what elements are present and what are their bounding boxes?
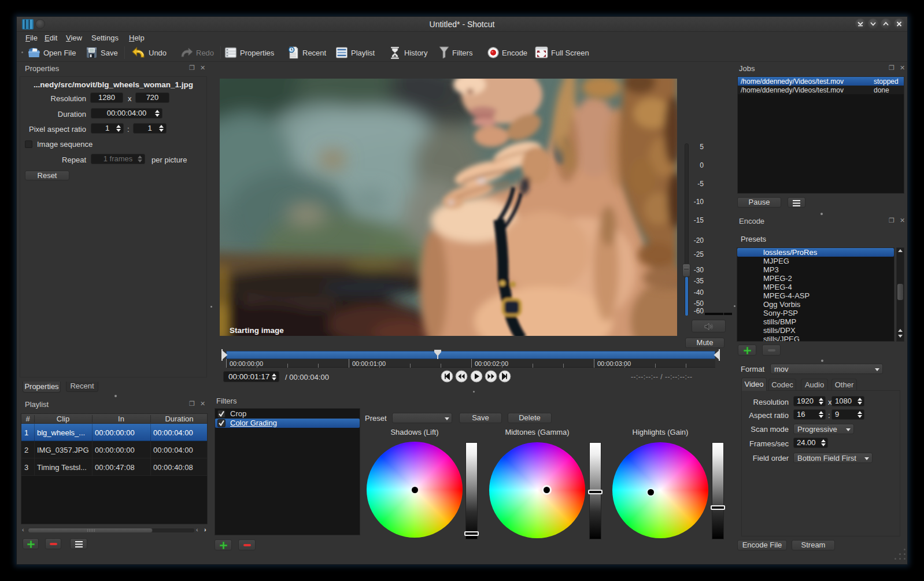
- svg-text:Starting image: Starting image: [230, 326, 284, 335]
